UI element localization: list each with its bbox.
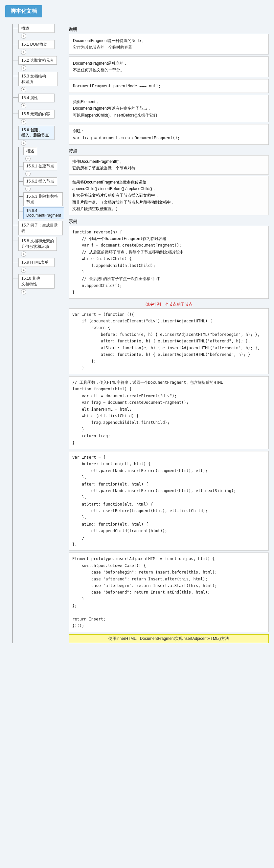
- subnav-hline: [19, 196, 23, 197]
- page-container: 脚本化文档 概述 + 15.1 DOM概览 + 15.2 选取文档元素 +: [0, 0, 274, 648]
- sidebar-label-create[interactable]: 15.6 创建、插入、删除节点: [19, 126, 55, 140]
- expand-form[interactable]: +: [21, 268, 26, 273]
- sidebar-item-content[interactable]: 15.5 元素的内容 +: [5, 110, 63, 124]
- expand-attr[interactable]: +: [21, 103, 26, 108]
- sidebar-label-dom[interactable]: 15.1 DOM概览: [19, 40, 55, 49]
- section-tezheng: 特点 操作DocumentFragment时， 它的所有子节点被当做一个节点对待…: [69, 148, 269, 215]
- subnav-item-insert-node[interactable]: 15.6.2 插入节点 +: [23, 177, 63, 191]
- subnav-hline: [19, 211, 23, 211]
- hline: [12, 225, 19, 225]
- label-shuoming: 说明: [69, 27, 269, 32]
- sidebar-label-select[interactable]: 15.2 选取文档元素: [19, 56, 57, 65]
- expand-create[interactable]: +: [21, 141, 26, 146]
- sidebar-label-overview[interactable]: 概述: [19, 24, 55, 33]
- sidebar-item-dom[interactable]: 15.1 DOM概览 +: [5, 40, 63, 55]
- expand-sub-insert-node[interactable]: +: [25, 186, 31, 191]
- expand-content[interactable]: +: [21, 119, 26, 124]
- desc-box-5: 创建： var frag = document.createDocumentFr…: [69, 124, 269, 145]
- right-panel: 说明 DocumentFragment是一种特殊的Node， 它作为其他节点的一…: [63, 24, 269, 643]
- sidebar-item-misc[interactable]: 15.10 其他文档特性 +: [5, 274, 63, 294]
- expand-geometry[interactable]: +: [21, 251, 26, 257]
- desc-box-1: DocumentFragment是一种特殊的Node， 它作为其他节点的一个临时…: [69, 34, 269, 55]
- expand-sub-create-node[interactable]: +: [25, 171, 31, 176]
- hline: [12, 44, 19, 44]
- subnav-item-overview[interactable]: 概述 +: [23, 147, 63, 161]
- expand-sub-overview[interactable]: +: [25, 156, 31, 161]
- hline: [12, 114, 19, 114]
- subnav-container: 概述 + 15.6.1 创建节点 + 15.6.2 插入节点 +: [5, 147, 63, 219]
- hline: [12, 28, 19, 28]
- subnav-item-fragment[interactable]: 15.6.4 DocumentFragment: [23, 207, 63, 219]
- code-block-1: function reverse(n) { // 创建一个DocumentFra…: [69, 226, 269, 299]
- main-layout: 概述 + 15.1 DOM概览 + 15.2 选取文档元素 + 15.3 文档结…: [5, 24, 269, 643]
- hline: [12, 241, 19, 241]
- sidebar-label-form[interactable]: 15.9 HTML表单: [19, 258, 55, 267]
- red-label-1: 倒序排列一个节点的子节点: [69, 301, 269, 308]
- subnav-label-fragment[interactable]: 15.6.4 DocumentFragment: [23, 207, 64, 219]
- hline: [12, 130, 19, 130]
- code-block-2: var Insert = (function (){ if (document.…: [69, 308, 269, 375]
- hline: [12, 262, 19, 262]
- sidebar-item-structure[interactable]: 15.3 文档结构和遍历 +: [5, 72, 63, 92]
- hline: [12, 97, 19, 98]
- hline: [12, 76, 19, 76]
- desc-box-4: 类似Element， DocumentFragment可以有任意多的子节点， 可…: [69, 95, 269, 122]
- code-block-2c: var Insert = { before: function(elt, htm…: [69, 451, 269, 551]
- sidebar-label-attr[interactable]: 15.4 属性: [19, 94, 55, 102]
- section-shiyi: 示例 function reverse(n) { // 创建一个Document…: [69, 219, 269, 643]
- subnav-label-overview[interactable]: 概述: [23, 147, 37, 155]
- subnav-hline: [19, 151, 23, 151]
- code-block-2d: Element.prototype.insertAdjacentHTML = f…: [69, 553, 269, 632]
- sidebar-label-toc[interactable]: 15.7 例子：生成目录表: [19, 221, 63, 236]
- expand-dom[interactable]: +: [21, 50, 26, 55]
- sidebar-label-misc[interactable]: 15.10 其他文档特性: [19, 274, 55, 288]
- sidebar-label-geometry[interactable]: 15.8 文档和元素的几何形状和滚动: [19, 237, 57, 251]
- subnav-label-create-node[interactable]: 15.6.1 创建节点: [23, 162, 57, 170]
- code-block-2b: // 工具函数：传入HTML字符串，返回一个DocumentFragment，包…: [69, 376, 269, 449]
- yellow-label: 使用innerHTML、DocumentFragment实现insertAdja…: [69, 634, 269, 643]
- tezheng-box-2: 如果将DocumentFragment当做参数传递给 appendChild()…: [69, 176, 269, 215]
- subnav-hline: [19, 181, 23, 182]
- subnav-label-delete-node[interactable]: 15.6.3 删除和替换节点: [23, 192, 63, 206]
- section-shuoming: 说明 DocumentFragment是一种特殊的Node， 它作为其他节点的一…: [69, 27, 269, 145]
- hline: [12, 278, 19, 278]
- expand-misc[interactable]: +: [21, 289, 26, 294]
- sidebar-item-overview[interactable]: 概述 +: [5, 24, 63, 39]
- label-shiyi: 示例: [69, 219, 269, 224]
- sidebar-item-toc[interactable]: 15.7 例子：生成目录表: [5, 221, 63, 236]
- expand-overview[interactable]: +: [21, 33, 26, 39]
- sidebar-item-select[interactable]: 15.2 选取文档元素 +: [5, 56, 63, 71]
- label-tezheng: 特点: [69, 148, 269, 154]
- sidebar: 概述 + 15.1 DOM概览 + 15.2 选取文档元素 + 15.3 文档结…: [5, 24, 63, 643]
- hline: [12, 60, 19, 60]
- expand-structure[interactable]: +: [21, 87, 26, 92]
- sidebar-item-attr[interactable]: 15.4 属性 +: [5, 94, 63, 108]
- sidebar-item-geometry[interactable]: 15.8 文档和元素的几何形状和滚动 +: [5, 237, 63, 257]
- desc-box-3: DocumentFragment.parentNode === null;: [69, 79, 269, 93]
- sidebar-item-create[interactable]: 15.6 创建、插入、删除节点 +: [5, 126, 63, 146]
- subnav-hline: [19, 166, 23, 166]
- page-title: 脚本化文档: [5, 5, 42, 18]
- subnav-vline: [19, 147, 19, 219]
- tezheng-box-1: 操作DocumentFragment时， 它的所有子节点被当做一个节点对待: [69, 155, 269, 175]
- expand-select[interactable]: +: [21, 65, 26, 70]
- desc-box-2: DocumentFragment是独立的， 不是任何其他文档的一部分。: [69, 57, 269, 77]
- sidebar-item-form[interactable]: 15.9 HTML表单 +: [5, 258, 63, 273]
- sidebar-label-structure[interactable]: 15.3 文档结构和遍历: [19, 72, 58, 86]
- sidebar-label-content[interactable]: 15.5 元素的内容: [19, 110, 55, 119]
- subnav-label-insert-node[interactable]: 15.6.2 插入节点: [23, 177, 57, 185]
- subnav-item-delete-node[interactable]: 15.6.3 删除和替换节点: [23, 192, 63, 206]
- subnav-item-create-node[interactable]: 15.6.1 创建节点 +: [23, 162, 63, 176]
